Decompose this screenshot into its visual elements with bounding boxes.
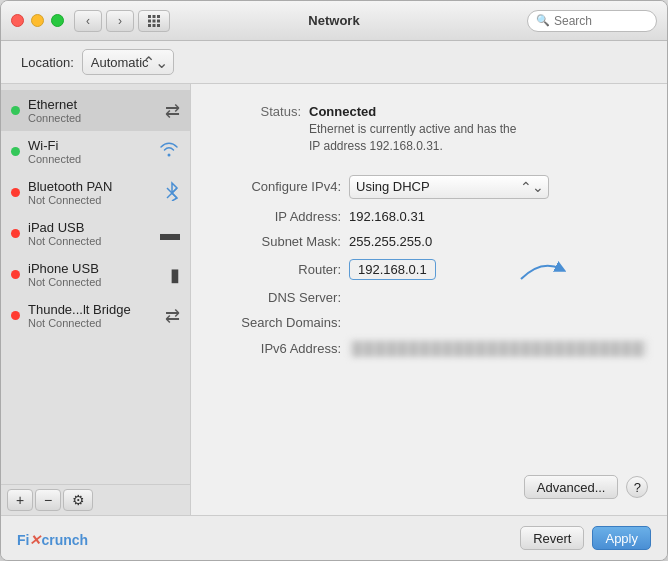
- location-label: Location:: [21, 55, 74, 70]
- detail-actions: Advanced... ?: [221, 475, 648, 499]
- location-bar: Location: Automatic ⌃⌄: [1, 41, 667, 84]
- bluetooth-icon: [164, 181, 180, 204]
- network-window: ‹ › Network 🔍 Location: Automatic ⌃⌄: [0, 0, 668, 561]
- apply-button[interactable]: Apply: [592, 526, 651, 550]
- sidebar-item-ethernet[interactable]: Ethernet Connected ⇄: [1, 90, 190, 131]
- location-select-wrapper: Automatic ⌃⌄: [82, 49, 174, 75]
- logo-prefix: Fi: [17, 532, 29, 548]
- status-dot-ipad: [11, 229, 20, 238]
- advanced-button[interactable]: Advanced...: [524, 475, 619, 499]
- ethernet-icon: ⇄: [165, 100, 180, 122]
- dns-server-row: DNS Server:: [221, 290, 648, 305]
- router-arrow-annotation: [511, 254, 571, 284]
- window-title: Network: [308, 13, 359, 28]
- thunderbolt-name: Thunde...lt Bridge: [28, 302, 157, 317]
- status-section: Status: Connected Ethernet is currently …: [221, 104, 648, 155]
- sidebar-list: Ethernet Connected ⇄ Wi-Fi Connected: [1, 84, 190, 484]
- ipv6-label: IPv6 Address:: [221, 341, 341, 356]
- status-description: Ethernet is currently active and has the…: [309, 121, 529, 155]
- remove-interface-button[interactable]: −: [35, 489, 61, 511]
- ethernet-info: Ethernet Connected: [28, 97, 157, 124]
- search-domains-label: Search Domains:: [221, 315, 341, 330]
- status-dot-iphone: [11, 270, 20, 279]
- revert-button[interactable]: Revert: [520, 526, 584, 550]
- svg-rect-6: [148, 24, 151, 27]
- wifi-icon: [158, 141, 180, 162]
- subnet-mask-row: Subnet Mask: 255.255.255.0: [221, 234, 648, 249]
- sidebar-item-iphone-usb[interactable]: iPhone USB Not Connected ▮: [1, 254, 190, 295]
- subnet-label: Subnet Mask:: [221, 234, 341, 249]
- search-input[interactable]: [554, 14, 648, 28]
- svg-rect-1: [153, 15, 156, 18]
- sidebar-toolbar: + − ⚙: [1, 484, 190, 515]
- svg-rect-3: [148, 19, 151, 22]
- ip-address-row: IP Address: 192.168.0.31: [221, 209, 648, 224]
- svg-rect-5: [157, 19, 160, 22]
- nav-buttons: ‹ ›: [74, 10, 134, 32]
- svg-rect-0: [148, 15, 151, 18]
- svg-rect-2: [157, 15, 160, 18]
- search-icon: 🔍: [536, 14, 550, 27]
- add-interface-button[interactable]: +: [7, 489, 33, 511]
- ipv6-value: ██████████████████████████: [349, 340, 648, 357]
- router-value: 192.168.0.1: [349, 259, 436, 280]
- iphone-name: iPhone USB: [28, 261, 162, 276]
- main-content: Ethernet Connected ⇄ Wi-Fi Connected: [1, 84, 667, 515]
- help-button[interactable]: ?: [626, 476, 648, 498]
- form-rows: Configure IPv4: Using DHCP ⌃⌄ IP Address…: [221, 175, 648, 459]
- sidebar-item-ipad-usb[interactable]: iPad USB Not Connected ▬: [1, 213, 190, 254]
- configure-select[interactable]: Using DHCP: [349, 175, 549, 199]
- thunderbolt-icon: ⇄: [165, 305, 180, 327]
- maximize-button[interactable]: [51, 14, 64, 27]
- forward-button[interactable]: ›: [106, 10, 134, 32]
- back-button[interactable]: ‹: [74, 10, 102, 32]
- ipad-name: iPad USB: [28, 220, 152, 235]
- wifi-info: Wi-Fi Connected: [28, 138, 150, 165]
- subnet-value: 255.255.255.0: [349, 234, 432, 249]
- status-dot-ethernet: [11, 106, 20, 115]
- close-button[interactable]: [11, 14, 24, 27]
- status-label: Status:: [221, 104, 301, 119]
- location-select[interactable]: Automatic: [82, 49, 174, 75]
- dns-label: DNS Server:: [221, 290, 341, 305]
- sidebar-item-thunderbolt[interactable]: Thunde...lt Bridge Not Connected ⇄: [1, 295, 190, 336]
- svg-rect-7: [153, 24, 156, 27]
- configure-label: Configure IPv4:: [221, 179, 341, 194]
- sidebar: Ethernet Connected ⇄ Wi-Fi Connected: [1, 84, 191, 515]
- search-box[interactable]: 🔍: [527, 10, 657, 32]
- logo: Fi✕crunch: [17, 532, 88, 548]
- ip-label: IP Address:: [221, 209, 341, 224]
- status-dot-bluetooth: [11, 188, 20, 197]
- wifi-status: Connected: [28, 153, 150, 165]
- svg-rect-4: [153, 19, 156, 22]
- configure-select-wrapper: Using DHCP ⌃⌄: [349, 175, 549, 199]
- ip-value: 192.168.0.31: [349, 209, 425, 224]
- wifi-name: Wi-Fi: [28, 138, 150, 153]
- sidebar-item-wifi[interactable]: Wi-Fi Connected: [1, 131, 190, 172]
- ipad-info: iPad USB Not Connected: [28, 220, 152, 247]
- bluetooth-name: Bluetooth PAN: [28, 179, 156, 194]
- configure-ipv4-row: Configure IPv4: Using DHCP ⌃⌄: [221, 175, 648, 199]
- thunderbolt-status: Not Connected: [28, 317, 157, 329]
- grid-button[interactable]: [138, 10, 170, 32]
- iphone-info: iPhone USB Not Connected: [28, 261, 162, 288]
- connection-status: Connected: [309, 104, 529, 119]
- svg-rect-8: [157, 24, 160, 27]
- status-dot-thunderbolt: [11, 311, 20, 320]
- gear-menu-button[interactable]: ⚙: [63, 489, 93, 511]
- status-value: Connected Ethernet is currently active a…: [309, 104, 529, 155]
- iphone-icon: ▮: [170, 264, 180, 286]
- router-label: Router:: [221, 262, 341, 277]
- ethernet-status: Connected: [28, 112, 157, 124]
- sidebar-item-bluetooth-pan[interactable]: Bluetooth PAN Not Connected: [1, 172, 190, 213]
- bluetooth-status: Not Connected: [28, 194, 156, 206]
- bottom-bar: Fi✕crunch Revert Apply: [1, 515, 667, 560]
- thunderbolt-info: Thunde...lt Bridge Not Connected: [28, 302, 157, 329]
- minimize-button[interactable]: [31, 14, 44, 27]
- traffic-lights: [11, 14, 64, 27]
- router-row: Router: 192.168.0.1: [221, 259, 648, 280]
- ethernet-name: Ethernet: [28, 97, 157, 112]
- bluetooth-info: Bluetooth PAN Not Connected: [28, 179, 156, 206]
- titlebar: ‹ › Network 🔍: [1, 1, 667, 41]
- iphone-status: Not Connected: [28, 276, 162, 288]
